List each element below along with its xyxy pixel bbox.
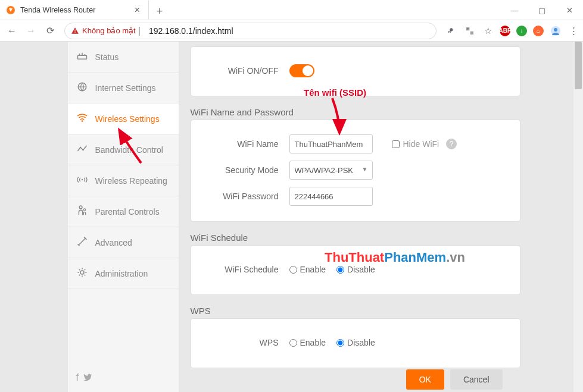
security-mode-select[interactable] [289, 161, 373, 180]
section-title-wps: WPS [191, 306, 520, 316]
svg-point-7 [81, 120, 83, 122]
wifi-onoff-toggle[interactable] [289, 64, 314, 77]
url-text: 192.168.0.1/index.html [149, 26, 233, 36]
svg-point-11 [79, 206, 82, 209]
footer-button-bar: OK Cancel [406, 369, 503, 390]
browser-titlebar: Tenda Wireless Router × + — ▢ ✕ [0, 0, 583, 20]
svg-rect-1 [74, 29, 75, 32]
wps-disable-option[interactable]: Disable [336, 338, 375, 347]
url-input[interactable]: Không bảo mật | 192.168.0.1/index.html [64, 23, 437, 39]
sidebar-item-label: Internet Settings [95, 83, 156, 93]
sidebar: Status Internet Settings Wireless Settin… [68, 42, 179, 392]
facebook-icon[interactable]: f [76, 372, 79, 383]
profile-avatar-icon[interactable] [550, 25, 562, 37]
hide-wifi-wrap[interactable]: Hide WiFi ? [392, 139, 457, 149]
wifi-icon [76, 113, 88, 125]
sidebar-item-admin[interactable]: Administration [68, 258, 179, 289]
sidebar-item-bandwidth[interactable]: Bandwidth Control [68, 134, 179, 165]
wps-enable-option[interactable]: Enable [289, 338, 326, 347]
ext-coccoc-icon[interactable]: ⌂ [533, 26, 544, 36]
new-tab-button[interactable]: + [151, 3, 168, 20]
wifi-name-label: WiFi Name [203, 139, 289, 149]
window-minimize-button[interactable]: — [501, 1, 528, 20]
schedule-disable-radio[interactable] [336, 266, 344, 274]
wifi-onoff-label: WiFi ON/OFF [203, 66, 289, 76]
tools-icon [76, 236, 88, 249]
schedule-row-label: WiFi Schedule [203, 265, 289, 274]
svg-rect-5 [77, 55, 86, 59]
sidebar-item-label: Wireless Repeating [95, 176, 167, 186]
section-title-schedule: WiFi Schedule [191, 233, 520, 243]
svg-point-8 [79, 146, 80, 148]
annotation-ssid-label: Tên wifi (SSID) [304, 87, 366, 98]
help-icon[interactable]: ? [446, 139, 457, 149]
not-secure-label: Không bảo mật [82, 26, 136, 35]
ext-adblock-icon[interactable]: ABP [500, 26, 510, 36]
not-secure-badge[interactable]: Không bảo mật [71, 26, 136, 35]
twitter-icon[interactable] [83, 372, 92, 383]
wps-disable-radio[interactable] [336, 339, 344, 347]
sidebar-item-label: Bandwidth Control [95, 145, 163, 155]
tab-favicon-icon [6, 5, 15, 15]
page-viewport: Status Internet Settings Wireless Settin… [0, 42, 583, 392]
page-scrollbar[interactable] [573, 42, 583, 392]
router-admin-container: Status Internet Settings Wireless Settin… [68, 42, 520, 392]
watermark: ThuThuatPhanMem.vn [325, 250, 465, 265]
ok-button[interactable]: OK [406, 369, 444, 390]
schedule-enable-option[interactable]: Enable [289, 265, 326, 274]
sidebar-item-label: Parental Controls [95, 207, 160, 217]
scrollbar-thumb[interactable] [575, 42, 582, 89]
parental-icon [76, 205, 88, 218]
translate-icon[interactable] [464, 25, 476, 37]
wifi-name-input[interactable] [289, 134, 373, 153]
wifi-password-input[interactable] [289, 187, 373, 206]
browser-tab[interactable]: Tenda Wireless Router × [0, 1, 149, 20]
warning-triangle-icon [71, 27, 79, 35]
sidebar-item-label: Wireless Settings [95, 114, 160, 124]
hide-wifi-checkbox[interactable] [392, 140, 400, 148]
tab-close-icon[interactable]: × [132, 5, 142, 15]
window-maximize-button[interactable]: ▢ [528, 1, 556, 20]
key-icon[interactable] [446, 25, 458, 37]
globe-icon [76, 81, 88, 95]
sidebar-item-repeating[interactable]: Wireless Repeating [68, 165, 179, 196]
sidebar-item-status[interactable]: Status [68, 42, 179, 73]
sidebar-item-advanced[interactable]: Advanced [68, 227, 179, 258]
window-controls: — ▢ ✕ [501, 1, 583, 20]
svg-rect-2 [74, 32, 75, 32]
nav-reload-button[interactable]: ⟳ [42, 23, 58, 39]
sidebar-item-label: Administration [95, 269, 148, 278]
window-close-button[interactable]: ✕ [556, 1, 583, 20]
cancel-button[interactable]: Cancel [450, 369, 503, 390]
svg-point-10 [81, 178, 82, 180]
sidebar-item-parental[interactable]: Parental Controls [68, 196, 179, 227]
browser-addressbar: ← → ⟳ Không bảo mật | 192.168.0.1/index.… [0, 20, 583, 42]
wps-enable-radio[interactable] [289, 339, 297, 347]
bandwidth-icon [76, 145, 88, 155]
browser-menu-icon[interactable]: ⋮ [568, 25, 579, 37]
bookmark-star-icon[interactable]: ☆ [482, 25, 494, 37]
wifi-password-label: WiFi Password [203, 192, 289, 201]
gear-icon [76, 267, 88, 280]
sidebar-item-label: Advanced [95, 238, 132, 247]
sidebar-social-footer: f [68, 366, 179, 389]
sidebar-item-wireless[interactable]: Wireless Settings [68, 104, 179, 134]
wps-row-label: WPS [203, 338, 289, 347]
nav-forward-button: → [23, 23, 39, 39]
svg-point-13 [80, 271, 84, 274]
svg-point-12 [83, 208, 85, 210]
sidebar-item-label: Status [95, 52, 119, 62]
card-wps: WPS Enable Disable [191, 318, 520, 368]
schedule-disable-option[interactable]: Disable [336, 265, 375, 274]
hide-wifi-label: Hide WiFi [403, 139, 439, 149]
ext-idm-icon[interactable]: ↓ [516, 26, 527, 36]
sidebar-item-internet[interactable]: Internet Settings [68, 73, 179, 104]
repeater-icon [76, 175, 88, 187]
svg-point-4 [554, 28, 557, 32]
tab-title: Tenda Wireless Router [20, 6, 132, 14]
schedule-enable-radio[interactable] [289, 266, 297, 274]
nav-back-button[interactable]: ← [4, 23, 20, 39]
section-title-name-pwd: WiFi Name and Password [191, 107, 520, 117]
status-icon [76, 52, 88, 62]
svg-point-9 [82, 149, 83, 150]
